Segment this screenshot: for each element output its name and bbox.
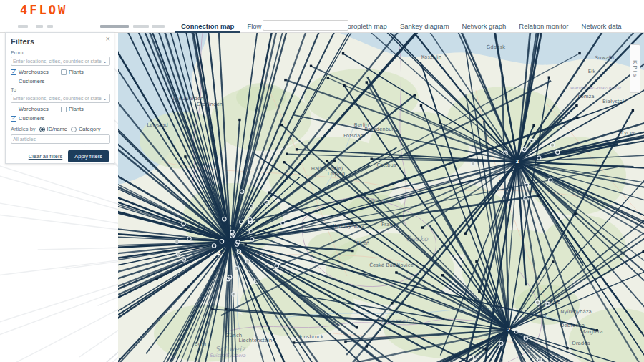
filters-title: Filters <box>11 37 109 46</box>
articles-input[interactable] <box>13 135 102 143</box>
4flow-logo: 4FLOW <box>20 3 67 17</box>
from-customers-label: Customers <box>19 78 44 84</box>
checkbox-icon <box>11 107 16 112</box>
to-plants-checkbox[interactable]: Plants <box>61 106 84 112</box>
tab-sankey-diagram[interactable]: Sankey diagram <box>394 19 456 33</box>
checkbox-icon <box>61 107 67 112</box>
to-warehouses-label: Warehouses <box>19 106 49 112</box>
tab-network-graph[interactable]: Network graph <box>456 19 513 33</box>
articles-idname-radio[interactable]: ID/name <box>39 126 67 132</box>
svg-text:Ełk: Ełk <box>588 69 596 74</box>
svg-text:Białystok: Białystok <box>602 99 626 104</box>
svg-text:2: 2 <box>516 159 519 165</box>
connection-map-canvas[interactable]: LeeuwardenGroningenLelystadKoszalinGdańs… <box>118 33 644 362</box>
to-customers-checkbox[interactable]: Customers <box>11 115 61 122</box>
radio-icon <box>39 127 45 132</box>
svg-text:Marghita: Marghita <box>581 329 603 335</box>
to-input[interactable] <box>13 94 102 102</box>
checkbox-icon <box>61 69 67 75</box>
svg-text:2: 2 <box>218 250 221 256</box>
to-customers-label: Customers <box>19 115 44 122</box>
faded-menu-item <box>47 25 53 28</box>
checkbox-icon <box>11 69 16 75</box>
faded-menu-item <box>100 25 129 28</box>
articles-category-label: Category <box>79 126 100 132</box>
map-view-tabs: Connection mapFlow mapBubble mapChorople… <box>175 19 628 33</box>
svg-text:2: 2 <box>507 327 511 333</box>
from-plants-checkbox[interactable]: Plants <box>61 69 84 75</box>
faded-menu-item <box>152 25 165 28</box>
kpi-side-tab[interactable]: KPIs <box>630 44 640 93</box>
from-input[interactable] <box>13 57 102 65</box>
svg-text:Nyíregyháza: Nyíregyháza <box>560 309 592 315</box>
checkbox-icon <box>11 79 16 84</box>
app-header: 4FLOW <box>0 0 644 19</box>
articles-by-label: Articles by <box>11 126 36 132</box>
tab-tooltip <box>263 20 348 31</box>
faded-menu-item <box>18 25 28 28</box>
clear-all-filters-link[interactable]: Clear all filters <box>29 153 63 160</box>
tab-connection-map[interactable]: Connection map <box>175 19 240 33</box>
checkbox-icon <box>11 116 16 122</box>
from-warehouses-label: Warehouses <box>19 69 49 75</box>
from-plants-label: Plants <box>69 69 84 75</box>
radio-icon <box>71 127 77 132</box>
tab-network-data[interactable]: Network data <box>575 19 628 33</box>
from-customers-checkbox[interactable]: Customers <box>11 78 61 84</box>
articles-select[interactable] <box>11 134 110 144</box>
chevron-down-icon[interactable]: ⌄ <box>102 95 107 102</box>
chevron-down-icon[interactable]: ⌄ <box>102 58 107 64</box>
to-warehouses-checkbox[interactable]: Warehouses <box>11 106 61 112</box>
faded-menu-item <box>36 25 43 28</box>
close-icon[interactable]: × <box>106 34 110 43</box>
tab-relation-monitor[interactable]: Relation monitor <box>512 19 575 33</box>
from-warehouses-checkbox[interactable]: Warehouses <box>11 69 61 75</box>
articles-idname-label: ID/name <box>47 126 67 132</box>
map-svg: LeeuwardenGroningenLelystadKoszalinGdańs… <box>118 33 644 362</box>
from-label: From <box>11 49 109 56</box>
faded-menu-item <box>133 25 149 28</box>
apply-filters-button[interactable]: Apply filters <box>68 150 109 162</box>
filters-panel: × Filters From ⌄ Warehouses Plants Custo… <box>5 32 114 164</box>
svg-text:Schweiz: Schweiz <box>215 345 246 353</box>
from-select[interactable]: ⌄ <box>11 57 110 66</box>
svg-text:Lelystad: Lelystad <box>147 122 167 128</box>
articles-category-radio[interactable]: Category <box>71 126 100 132</box>
svg-text:Innsbruck: Innsbruck <box>299 334 324 340</box>
to-label: To <box>11 87 109 93</box>
to-select[interactable]: ⌄ <box>11 94 110 103</box>
kpi-side-tab-label: KPIs <box>632 60 638 78</box>
to-plants-label: Plants <box>69 106 84 112</box>
